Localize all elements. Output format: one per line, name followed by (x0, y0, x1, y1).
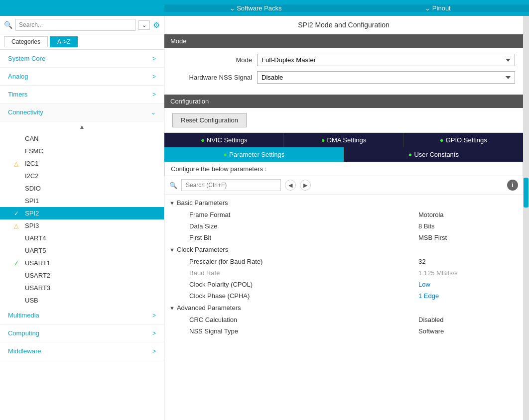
sidebar-item-uart5[interactable]: UART5 (0, 244, 164, 257)
sidebar-item-usart3[interactable]: USART3 (0, 282, 164, 294)
sidebar-item-spi2[interactable]: ✓ SPI2 (0, 207, 164, 219)
advanced-params-header[interactable]: ▼ Advanced Parameters (164, 302, 523, 314)
no-icon (14, 135, 22, 142)
vertical-scrollbar[interactable] (523, 16, 529, 420)
chevron-right-icon: > (152, 312, 156, 319)
warning-icon: △ (14, 160, 22, 167)
collapse-icon: ▼ (169, 200, 175, 206)
no-icon (14, 297, 22, 304)
check-icon: ● (321, 136, 325, 144)
clock-params-header[interactable]: ▼ Clock Parameters (164, 243, 523, 256)
next-search-button[interactable]: ▶ (300, 180, 311, 191)
collapse-icon: ▼ (169, 247, 175, 253)
params-search-input[interactable] (181, 179, 281, 191)
main-area: 🔍 ⌄ ⚙ Categories A->Z System Core > Anal… (0, 16, 529, 420)
tab-nvic[interactable]: ● NVIC Settings (164, 133, 284, 147)
sidebar-item-analog[interactable]: Analog > (0, 68, 164, 86)
param-cpol: Clock Polarity (CPOL) Low (164, 279, 523, 290)
param-data-size: Data Size 8 Bits (164, 220, 523, 232)
config-section-header: Configuration (164, 95, 523, 108)
tab-user-constants[interactable]: ● User Constants (344, 147, 524, 162)
chevron-down-icon: ⌄ (151, 109, 156, 116)
reset-config-button[interactable]: Reset Configuration (172, 113, 247, 127)
mode-section-header: Mode (164, 34, 523, 48)
sidebar-item-i2c1[interactable]: △ I2C1 (0, 157, 164, 170)
prev-search-button[interactable]: ◀ (285, 180, 296, 191)
info-button[interactable]: i (507, 180, 518, 191)
sidebar-list: System Core > Analog > Timers > Connecti… (0, 50, 164, 420)
sidebar-item-usb[interactable]: USB (0, 294, 164, 307)
config-tabs-row1: ● NVIC Settings ● DMA Settings ● GPIO Se… (164, 133, 523, 147)
sidebar-item-computing[interactable]: Computing > (0, 324, 164, 342)
check-blue-icon: ✓ (14, 210, 22, 217)
param-frame-format: Frame Format Motorola (164, 209, 523, 220)
software-packs-button[interactable]: ⌄ Software Packs (164, 4, 347, 12)
sidebar-item-timers[interactable]: Timers > (0, 86, 164, 104)
scroll-up-button[interactable]: ▲ (79, 123, 85, 130)
no-icon (14, 185, 22, 192)
params-header: Configure the below parameters : (164, 162, 523, 176)
no-icon (14, 148, 22, 155)
hwnss-row: Hardware NSS Signal Disable Hardware NSS… (172, 71, 515, 84)
check-icon: ● (440, 136, 444, 144)
sidebar-item-connectivity[interactable]: Connectivity ⌄ (0, 104, 164, 121)
tab-atoz[interactable]: A->Z (50, 36, 78, 47)
mode-label: Mode (172, 56, 252, 64)
param-crc: CRC Calculation Disabled (164, 314, 523, 325)
chevron-right-icon: > (152, 91, 156, 98)
warning-icon: △ (14, 222, 22, 229)
scrollbar-thumb[interactable] (524, 178, 529, 208)
hwnss-select[interactable]: Disable Hardware NSS Input Signal Hardwa… (257, 71, 515, 84)
config-tabs: ● NVIC Settings ● DMA Settings ● GPIO Se… (164, 132, 523, 162)
sidebar: 🔍 ⌄ ⚙ Categories A->Z System Core > Anal… (0, 16, 164, 420)
sidebar-item-uart4[interactable]: UART4 (0, 232, 164, 244)
search-input[interactable] (15, 19, 135, 31)
check-icon: ● (201, 136, 205, 144)
param-baud-rate: Baud Rate 1.125 MBits/s (164, 267, 523, 279)
params-tree: ▼ Basic Parameters Frame Format Motorola… (164, 195, 523, 420)
sidebar-search-row: 🔍 ⌄ ⚙ (0, 16, 164, 34)
tab-categories[interactable]: Categories (4, 36, 48, 47)
no-icon (14, 247, 22, 254)
basic-params-header[interactable]: ▼ Basic Parameters (164, 197, 523, 209)
sidebar-item-system-core[interactable]: System Core > (0, 50, 164, 68)
no-icon (14, 272, 22, 279)
sidebar-item-can[interactable]: CAN (0, 132, 164, 145)
sidebar-item-usart1[interactable]: ✓ USART1 (0, 257, 164, 269)
top-bar-center: ⌄ Software Packs ⌄ Pinout (164, 4, 529, 12)
sidebar-item-sdio[interactable]: SDIO (0, 182, 164, 195)
tab-parameter-settings[interactable]: ● Parameter Settings (164, 147, 344, 162)
mode-section: Mode Full-Duplex Master Half-Duplex Mast… (164, 48, 523, 95)
sidebar-item-usart2[interactable]: USART2 (0, 269, 164, 282)
sidebar-item-fsmc[interactable]: FSMC (0, 145, 164, 157)
top-bar-left (0, 0, 164, 16)
scroll-up-control: ▲ (0, 121, 164, 132)
sidebar-item-spi1[interactable]: SPI1 (0, 195, 164, 207)
pinout-button[interactable]: ⌄ Pinout (347, 4, 529, 12)
hwnss-label: Hardware NSS Signal (172, 74, 252, 81)
chevron-right-icon: > (152, 348, 156, 355)
sidebar-item-spi3[interactable]: △ SPI3 (0, 219, 164, 232)
panel-title: SPI2 Mode and Configuration (164, 16, 523, 34)
tab-dma[interactable]: ● DMA Settings (284, 133, 403, 147)
search-dropdown-button[interactable]: ⌄ (138, 20, 150, 30)
no-icon (14, 198, 22, 205)
sidebar-item-multimedia[interactable]: Multimedia > (0, 307, 164, 324)
gear-icon[interactable]: ⚙ (153, 20, 160, 30)
mode-select[interactable]: Full-Duplex Master Half-Duplex Master Re… (257, 54, 515, 66)
sidebar-tabs: Categories A->Z (0, 34, 164, 50)
top-bar: ⌄ Software Packs ⌄ Pinout (0, 0, 529, 16)
sidebar-item-i2c2[interactable]: I2C2 (0, 170, 164, 182)
params-search-bar: 🔍 ◀ ▶ i (164, 176, 523, 195)
chevron-right-icon: > (152, 55, 156, 62)
config-tabs-row2: ● Parameter Settings ● User Constants (164, 147, 523, 162)
tab-gpio[interactable]: ● GPIO Settings (404, 133, 523, 147)
sidebar-item-middleware[interactable]: Middleware > (0, 342, 164, 360)
search-icon: 🔍 (169, 182, 177, 189)
no-icon (14, 235, 22, 242)
check-green-icon: ✓ (14, 260, 22, 267)
collapse-icon: ▼ (169, 305, 175, 311)
check-icon: ● (408, 151, 412, 158)
config-section: Configuration Reset Configuration ● NVIC… (164, 95, 523, 420)
connectivity-sub-items: ▲ CAN FSMC △ I2C1 I2C2 (0, 121, 164, 307)
